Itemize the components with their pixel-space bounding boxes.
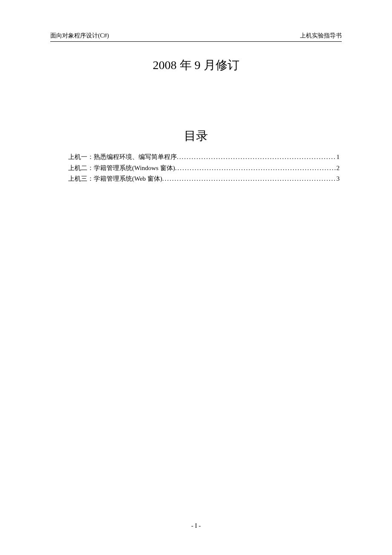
toc-title: 目录 bbox=[50, 128, 342, 144]
document-page: 面向对象程序设计(C#) 上机实验指导书 2008 年 9 月修订 目录 上机一… bbox=[0, 0, 392, 555]
toc-leader: ........................................… bbox=[177, 152, 336, 163]
toc-entry-page: 2 bbox=[336, 163, 340, 174]
toc-entry: 上机一：熟悉编程环境、编写简单程序 ......................… bbox=[68, 152, 340, 163]
toc-entry: 上机二：学籍管理系统(Windows 窗体) .................… bbox=[68, 163, 340, 174]
header-right: 上机实验指导书 bbox=[300, 32, 342, 40]
toc-list: 上机一：熟悉编程环境、编写简单程序 ......................… bbox=[50, 152, 342, 185]
toc-entry-page: 3 bbox=[336, 173, 340, 185]
page-header: 面向对象程序设计(C#) 上机实验指导书 bbox=[50, 32, 342, 42]
header-left: 面向对象程序设计(C#) bbox=[50, 32, 109, 40]
toc-leader: ........................................… bbox=[175, 163, 336, 174]
page-footer: - I - bbox=[0, 522, 392, 529]
revision-date: 2008 年 9 月修订 bbox=[50, 57, 342, 73]
toc-entry-label: 上机二：学籍管理系统(Windows 窗体) bbox=[68, 163, 175, 174]
toc-entry-label: 上机三：学籍管理系统(Web 窗体) bbox=[68, 173, 162, 185]
toc-leader: ........................................… bbox=[162, 173, 336, 185]
toc-entry: 上机三：学籍管理系统(Web 窗体) .....................… bbox=[68, 173, 340, 185]
toc-entry-page: 1 bbox=[336, 152, 340, 163]
toc-entry-label: 上机一：熟悉编程环境、编写简单程序 bbox=[68, 152, 177, 163]
